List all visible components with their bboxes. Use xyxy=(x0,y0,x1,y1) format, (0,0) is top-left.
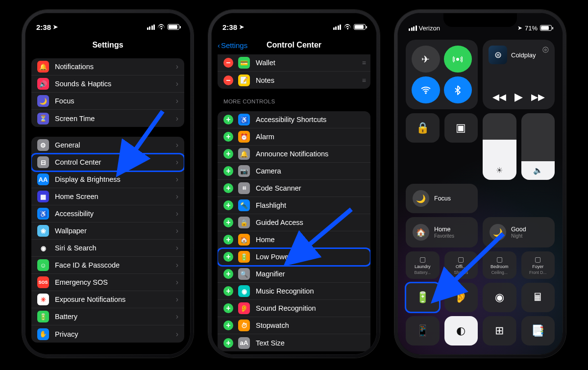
tile-icon: 📑 xyxy=(531,324,544,337)
bluetooth-toggle[interactable] xyxy=(444,76,472,103)
row-label: Home Screen xyxy=(55,193,176,200)
cc-tile[interactable]: ◐ xyxy=(444,316,478,345)
row-label: Wallpaper xyxy=(55,227,176,235)
phone-control-center: Verizon ➤ 71% ✈ ⊜ xyxy=(394,10,566,358)
settings-row[interactable]: ☺Face ID & Passcode› xyxy=(31,257,184,274)
connectivity-tile[interactable]: ✈ xyxy=(406,40,478,109)
row-label: Music Recognition xyxy=(256,287,365,295)
settings-row[interactable]: 🔔Notifications› xyxy=(31,58,184,75)
focus-tile[interactable]: 🌙 Focus xyxy=(406,184,478,213)
chevron-right-icon: › xyxy=(176,312,178,321)
media-tile[interactable]: ⊜ Coldplay ⦾ ◀◀ ▶ ▶▶ xyxy=(483,40,555,109)
low-power-mode-tile[interactable]: 🔋 xyxy=(406,283,440,312)
add-button[interactable]: + xyxy=(223,321,233,330)
settings-row[interactable]: ⊟Control Center› xyxy=(31,154,184,171)
settings-row[interactable]: +🔒Guided Access xyxy=(218,214,370,231)
wifi-toggle[interactable] xyxy=(412,76,440,103)
settings-row[interactable]: +◉Music Recognition xyxy=(218,283,370,300)
app-icon: ◉ xyxy=(37,242,49,254)
settings-row[interactable]: ✳Exposure Notifications› xyxy=(31,291,184,308)
settings-row[interactable]: SOSEmergency SOS› xyxy=(31,274,184,291)
settings-row[interactable]: +🔔Announce Notifications xyxy=(218,146,370,163)
settings-row[interactable]: +⏰Alarm xyxy=(218,128,370,146)
location-icon: ➤ xyxy=(517,25,522,31)
cellular-toggle[interactable] xyxy=(444,46,472,73)
settings-row[interactable]: +♿Accessibility Shortcuts xyxy=(218,111,370,128)
row-label: Exposure Notifications xyxy=(55,296,176,303)
cc-tile[interactable]: 🖩 xyxy=(521,283,555,312)
location-icon: ➤ xyxy=(53,24,58,30)
airplay-icon[interactable]: ⦾ xyxy=(542,46,549,54)
add-button[interactable]: + xyxy=(223,338,233,348)
back-button[interactable]: ‹Settings xyxy=(218,41,247,49)
add-button[interactable]: + xyxy=(223,166,233,176)
settings-row[interactable]: +🔦Flashlight xyxy=(218,197,370,214)
drag-handle-icon[interactable]: ≡ xyxy=(362,59,365,67)
drag-handle-icon[interactable]: ≡ xyxy=(362,76,365,84)
add-button[interactable]: + xyxy=(223,183,233,193)
add-button[interactable]: + xyxy=(223,132,233,142)
settings-row[interactable]: +🔋Low Power Mode xyxy=(218,248,370,266)
remove-button[interactable]: – xyxy=(223,58,233,68)
settings-row[interactable]: –💳Wallet≡ xyxy=(218,54,370,72)
settings-row[interactable]: ▦Home Screen› xyxy=(31,188,184,205)
settings-row[interactable]: +⏱Stopwatch xyxy=(218,317,370,334)
settings-row[interactable]: +aAText Size xyxy=(218,334,370,351)
row-label: Sound Recognition xyxy=(256,304,365,312)
orientation-lock-tile[interactable]: 🔒 xyxy=(406,113,440,143)
screen-mirror-tile[interactable]: ▣ xyxy=(444,113,478,143)
cc-tile[interactable]: ⊞ xyxy=(483,316,516,345)
settings-row[interactable]: +📷Camera xyxy=(218,163,370,180)
cc-tile[interactable]: ◉ xyxy=(483,283,516,312)
settings-row[interactable]: +🏠Home xyxy=(218,231,370,248)
lock-icon: 🔒 xyxy=(416,122,429,134)
cc-tile[interactable]: 📑 xyxy=(521,316,555,345)
settings-row[interactable]: –📝Notes≡ xyxy=(218,72,370,89)
page-title: Settings xyxy=(92,41,123,49)
add-button[interactable]: + xyxy=(223,115,233,124)
chevron-right-icon: › xyxy=(176,295,178,304)
play-button[interactable]: ▶ xyxy=(514,91,523,103)
add-button[interactable]: + xyxy=(223,235,233,245)
settings-row[interactable]: 🔊Sounds & Haptics› xyxy=(31,75,184,93)
home-shortcut-tile[interactable]: ▢BedroomCeiling... xyxy=(483,251,516,279)
cc-tile[interactable]: 👂 xyxy=(444,283,478,312)
next-button[interactable]: ▶▶ xyxy=(531,92,545,102)
settings-row[interactable]: ⚙General› xyxy=(31,137,184,154)
settings-row[interactable]: +🔍Magnifier xyxy=(218,266,370,283)
add-button[interactable]: + xyxy=(223,303,233,313)
add-button[interactable]: + xyxy=(223,269,233,279)
app-icon: ❀ xyxy=(37,225,49,237)
chevron-right-icon: › xyxy=(176,244,178,252)
airplane-toggle[interactable]: ✈ xyxy=(412,46,440,73)
home-shortcut-tile[interactable]: ▢FoyerFront D... xyxy=(521,251,555,279)
brightness-slider[interactable]: ☀ xyxy=(483,113,516,180)
app-icon: 🔋 xyxy=(238,251,250,263)
home-favorites-tile[interactable]: 🏠 HomeFavorites xyxy=(406,217,478,247)
settings-row[interactable]: ⏳Screen Time› xyxy=(31,110,184,127)
add-button[interactable]: + xyxy=(223,218,233,227)
home-shortcut-tile[interactable]: ▢Offi...Shapes xyxy=(444,251,478,279)
settings-row[interactable]: +👂Sound Recognition xyxy=(218,300,370,317)
home-shortcut-tile[interactable]: ▢LaundryBattery... xyxy=(406,251,440,279)
prev-button[interactable]: ◀◀ xyxy=(492,92,506,102)
row-label: Announce Notifications xyxy=(256,150,365,158)
add-button[interactable]: + xyxy=(223,200,233,210)
row-label: Screen Time xyxy=(55,115,176,123)
volume-slider[interactable]: 🔈 xyxy=(521,113,555,180)
settings-row[interactable]: +⌗Code Scanner xyxy=(218,180,370,197)
add-button[interactable]: + xyxy=(223,252,233,262)
settings-row[interactable]: ♿Accessibility› xyxy=(31,205,184,222)
cc-tile[interactable]: 📱 xyxy=(406,316,440,345)
good-night-tile[interactable]: 🌙 GoodNight xyxy=(483,217,555,247)
remove-button[interactable]: – xyxy=(223,75,233,85)
settings-row[interactable]: ❀Wallpaper› xyxy=(31,222,184,240)
settings-row[interactable]: ✋Privacy› xyxy=(31,325,184,343)
settings-row[interactable]: 🔋Battery› xyxy=(31,308,184,325)
settings-row[interactable]: 🌙Focus› xyxy=(31,93,184,110)
add-button[interactable]: + xyxy=(223,286,233,296)
settings-row[interactable]: ◉Siri & Search› xyxy=(31,240,184,257)
add-button[interactable]: + xyxy=(223,149,233,159)
settings-row[interactable]: AADisplay & Brightness› xyxy=(31,171,184,188)
row-label: Emergency SOS xyxy=(55,278,176,286)
